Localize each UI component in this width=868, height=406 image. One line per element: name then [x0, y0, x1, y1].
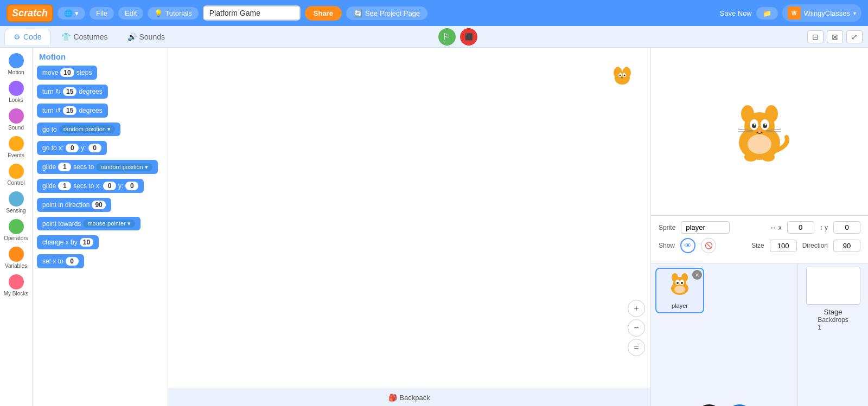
stage-panel: Stage Backdrops 1 — [797, 263, 868, 406]
size-label: Size — [751, 242, 764, 249]
block-row-glide2: glide 1 secs to x: 0 y: 0 — [37, 179, 163, 196]
block-row-change-x: change x by 10 — [37, 235, 163, 252]
sprite-label: Sprite — [659, 224, 675, 231]
sidebar-item-operators[interactable]: Operators — [0, 217, 32, 243]
y-value[interactable]: 0 — [833, 221, 860, 234]
show-visible-button[interactable]: 👁 — [680, 238, 695, 253]
normal-stage-button[interactable]: ⊠ — [827, 30, 843, 43]
stop-button[interactable]: ⬛ — [460, 28, 477, 46]
block-row-goto: go to random position ▾ — [37, 123, 163, 139]
flag-icon: 🏳 — [443, 32, 451, 42]
sprite-props-panel: Sprite ↔ x 0 ↕ y 0 Show 👁 🚫 Size 100 Dir… — [651, 216, 868, 263]
svg-point-14 — [748, 134, 771, 154]
backpack-bar[interactable]: 🎒 Backpack — [168, 389, 651, 406]
stage-controls: 🏳 ⬛ ⊟ ⊠ ⤢ — [438, 28, 863, 46]
sidebar-item-sensing[interactable]: Sensing — [0, 189, 32, 216]
folder-icon: 📁 — [763, 9, 771, 17]
add-sprite-area — [655, 318, 793, 406]
file-menu-button[interactable]: File — [90, 7, 114, 20]
project-name-input[interactable] — [203, 5, 301, 21]
canvas-sprite — [609, 63, 635, 94]
sprite-name-input[interactable] — [681, 221, 730, 234]
svg-point-7 — [624, 75, 626, 76]
zoom-reset-button[interactable]: = — [628, 339, 645, 356]
zoom-out-button[interactable]: − — [628, 319, 645, 337]
green-flag-button[interactable]: 🏳 — [438, 28, 456, 46]
sidebar-item-looks[interactable]: Looks — [0, 79, 32, 105]
stage-thumbnail[interactable] — [806, 267, 860, 305]
block-point-towards[interactable]: point towards mouse-pointer ▾ — [37, 217, 141, 230]
backdrops-count: Backdrops 1 — [818, 316, 848, 331]
sidebar-item-control[interactable]: Control — [0, 162, 32, 188]
block-row-point-towards: point towards mouse-pointer ▾ — [37, 217, 163, 233]
block-row-turn-cw: turn ↻ 15 degrees — [37, 85, 163, 101]
delete-sprite-button[interactable]: ✕ — [692, 270, 702, 280]
sprite-icon — [666, 272, 693, 301]
svg-point-8 — [615, 67, 621, 74]
sidebar-item-sound[interactable]: Sound — [0, 106, 32, 133]
block-glide-xy[interactable]: glide 1 secs to x: 0 y: 0 — [37, 179, 144, 193]
block-row-gotoxy: go to x: 0 y: 0 — [37, 141, 163, 158]
x-value[interactable]: 0 — [787, 221, 814, 234]
tab-sounds[interactable]: 🔊 Sounds — [119, 29, 174, 44]
right-panel: Sprite ↔ x 0 ↕ y 0 Show 👁 🚫 Size 100 Dir… — [651, 48, 868, 406]
canvas-area[interactable]: + − = — [168, 48, 651, 389]
edit-menu-button[interactable]: Edit — [118, 7, 143, 20]
direction-value[interactable]: 90 — [833, 240, 860, 252]
sensing-dot — [9, 191, 24, 207]
tab-code[interactable]: ⚙ Code — [4, 29, 50, 45]
block-goto-xy[interactable]: go to x: 0 y: 0 — [37, 141, 107, 155]
show-label: Show — [659, 242, 675, 249]
sidebar-item-variables[interactable]: Variables — [0, 244, 32, 271]
svg-point-9 — [624, 67, 629, 74]
user-menu[interactable]: W WiingyClasses ▾ — [782, 4, 861, 22]
looks-dot — [9, 81, 24, 96]
sprite-card-player[interactable]: ✕ — [655, 268, 704, 313]
show-hidden-button[interactable]: 🚫 — [701, 238, 716, 253]
sprites-area: ✕ — [655, 268, 793, 313]
block-point-direction[interactable]: point in direction 90 — [37, 198, 111, 212]
size-value[interactable]: 100 — [770, 240, 797, 252]
category-sidebar: Motion Looks Sound Events Control Sensin… — [0, 48, 33, 406]
block-set-x[interactable]: set x to 0 — [37, 254, 84, 268]
stage-area: + − = 🎒 Backpack — [168, 48, 651, 406]
sidebar-item-motion[interactable]: Motion — [0, 51, 32, 78]
avatar-icon: W — [788, 7, 801, 20]
top-navigation: Scratch 🌐 ▾ File Edit 💡 Tutorials Share … — [0, 0, 868, 26]
sidebar-item-myblocks[interactable]: My Blocks — [0, 272, 32, 299]
fullscreen-button[interactable]: ⤢ — [846, 30, 863, 43]
block-row-glide1: glide 1 secs to random position ▾ — [37, 160, 163, 177]
sidebar-item-events[interactable]: Events — [0, 134, 32, 160]
preview-cat — [727, 96, 792, 167]
globe-button[interactable]: 🌐 ▾ — [58, 7, 85, 20]
lightbulb-icon: 💡 — [154, 9, 163, 17]
zoom-in-button[interactable]: + — [628, 300, 645, 317]
tutorials-button[interactable]: 💡 Tutorials — [148, 7, 198, 20]
main-layout: Motion Looks Sound Events Control Sensin… — [0, 48, 868, 406]
sprite-name-label: player — [672, 302, 688, 309]
small-stage-button[interactable]: ⊟ — [807, 30, 824, 43]
y-label: ↕ y — [820, 224, 828, 231]
zoom-controls: + − = — [628, 300, 645, 356]
save-button[interactable]: Save Now — [720, 9, 752, 17]
control-dot — [9, 164, 24, 179]
share-button[interactable]: Share — [305, 6, 342, 21]
block-glide-random[interactable]: glide 1 secs to random position ▾ — [37, 160, 158, 174]
folder-button[interactable]: 📁 — [756, 7, 778, 20]
scratch-logo[interactable]: Scratch — [7, 4, 53, 22]
remix-icon: 🔄 — [354, 9, 362, 17]
x-label: ↔ x — [770, 224, 781, 231]
block-row-move: move 10 steps — [37, 66, 163, 82]
block-move-steps[interactable]: move 10 steps — [37, 66, 97, 80]
block-goto[interactable]: go to random position ▾ — [37, 123, 120, 136]
blocks-title: Motion — [39, 52, 163, 61]
sprites-list: ✕ — [651, 263, 797, 406]
tabs-row: ⚙ Code 👕 Costumes 🔊 Sounds 🏳 ⬛ ⊟ ⊠ ⤢ — [0, 26, 868, 48]
block-change-x[interactable]: change x by 10 — [37, 235, 99, 249]
block-turn-cw[interactable]: turn ↻ 15 degrees — [37, 85, 108, 99]
stage-label: Stage — [824, 308, 843, 316]
tab-costumes[interactable]: 👕 Costumes — [53, 29, 116, 44]
svg-point-26 — [744, 153, 757, 162]
see-project-button[interactable]: 🔄 See Project Page — [346, 7, 427, 20]
block-turn-ccw[interactable]: turn ↺ 15 degrees — [37, 104, 108, 118]
